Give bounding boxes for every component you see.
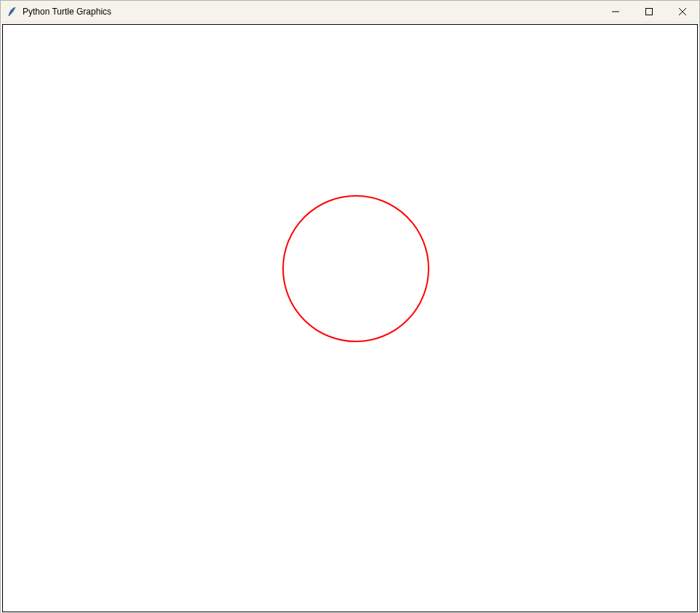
client-area — [1, 23, 699, 613]
window-title: Python Turtle Graphics — [23, 7, 111, 17]
minimize-button[interactable] — [599, 1, 632, 23]
titlebar: Python Turtle Graphics — [1, 1, 699, 23]
turtle-canvas — [3, 25, 697, 612]
close-icon — [679, 7, 686, 17]
app-window: Python Turtle Graphics — [0, 0, 700, 613]
titlebar-left: Python Turtle Graphics — [7, 6, 599, 17]
window-controls — [599, 1, 699, 22]
minimize-icon — [612, 7, 619, 17]
canvas-frame — [2, 24, 698, 612]
drawn-circle — [283, 196, 429, 341]
maximize-icon — [645, 7, 653, 17]
svg-rect-1 — [646, 8, 653, 15]
feather-icon — [7, 6, 18, 17]
close-button[interactable] — [666, 1, 699, 23]
maximize-button[interactable] — [632, 1, 666, 23]
